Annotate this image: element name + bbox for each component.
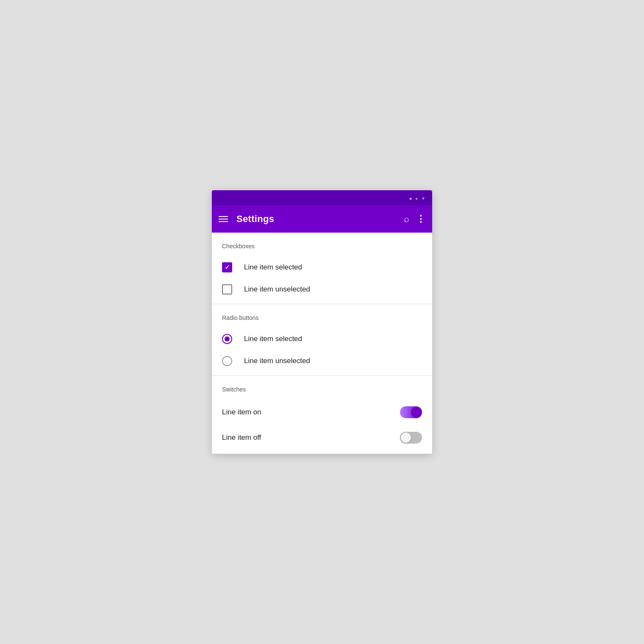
radio-unselected-label: Line item unselected (244, 357, 422, 365)
menu-button[interactable] (219, 216, 228, 222)
toggle-knob-on (411, 407, 421, 417)
toggle-knob-off (401, 433, 411, 443)
status-icon-square (409, 194, 412, 202)
app-bar-title: Settings (236, 214, 395, 225)
checkbox-unselected-label: Line item unselected (244, 285, 422, 294)
toggle-on[interactable] (400, 406, 422, 418)
radio-dot (225, 336, 230, 341)
switches-title: Switches (222, 386, 422, 393)
checkbox-unselected[interactable] (222, 284, 232, 294)
switch-off-label: Line item off (222, 433, 261, 442)
list-item: Line item unselected (222, 350, 422, 372)
radio-buttons-section: Radio buttons Line item selected Line it… (212, 304, 432, 376)
app-bar: Settings (212, 205, 432, 233)
status-bar (212, 190, 432, 205)
more-options-icon[interactable] (416, 214, 425, 225)
list-item: Line item selected (222, 328, 422, 350)
checkboxes-section: Checkboxes ✓ Line item selected Line ite… (212, 233, 432, 304)
checkbox-selected[interactable]: ✓ (222, 262, 232, 272)
switch-item-on: Line item on (222, 400, 422, 425)
switch-on-label: Line item on (222, 408, 261, 416)
radio-selected-label: Line item selected (244, 335, 422, 343)
content: Checkboxes ✓ Line item selected Line ite… (212, 233, 432, 454)
radio-buttons-title: Radio buttons (222, 314, 422, 321)
checkbox-selected-label: Line item selected (244, 263, 422, 272)
radio-selected[interactable] (222, 334, 232, 344)
switches-section: Switches Line item on Line item off (212, 376, 432, 454)
checkboxes-title: Checkboxes (222, 243, 422, 250)
phone-frame: Settings Checkboxes ✓ Line item selected… (212, 190, 432, 454)
list-item: ✓ Line item selected (222, 256, 422, 278)
radio-unselected[interactable] (222, 356, 232, 366)
status-icon-circle (415, 194, 418, 202)
app-bar-actions (404, 214, 425, 225)
search-icon[interactable] (404, 214, 409, 225)
checkmark-icon: ✓ (225, 264, 230, 271)
toggle-off[interactable] (400, 432, 422, 444)
list-item: Line item unselected (222, 278, 422, 300)
status-icon-triangle (421, 194, 425, 202)
switch-item-off: Line item off (222, 425, 422, 450)
